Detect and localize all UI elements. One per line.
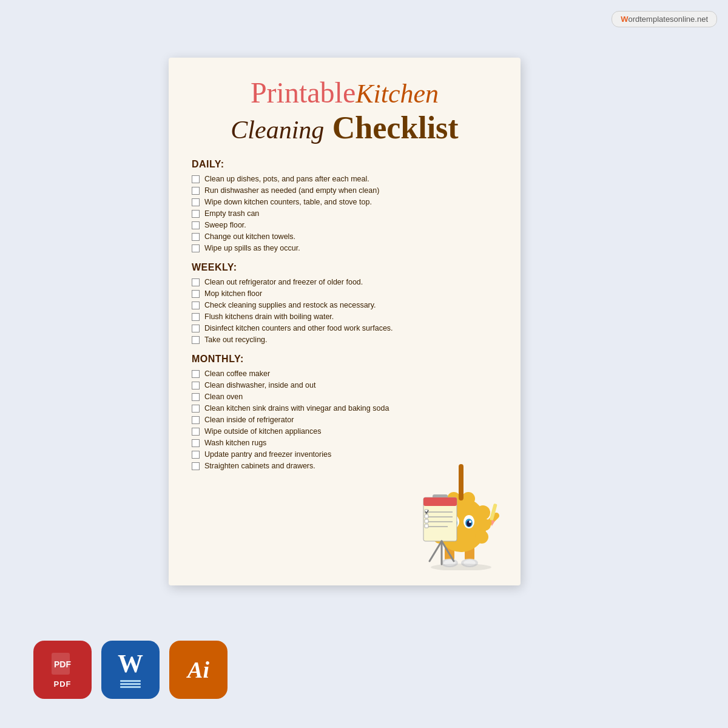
bottom-icons: PDF PDF W Ai bbox=[33, 641, 228, 699]
checkbox[interactable] bbox=[192, 313, 200, 321]
list-item-text: Straighten cabinets and drawers. bbox=[204, 462, 315, 470]
checkbox[interactable] bbox=[192, 462, 200, 470]
svg-line-38 bbox=[430, 541, 442, 561]
list-item-text: Clean inside of refrigerator bbox=[204, 416, 294, 424]
list-item-text: Sweep floor. bbox=[204, 221, 246, 229]
title-kitchen: Kitchen bbox=[356, 79, 439, 109]
svg-rect-29 bbox=[423, 497, 457, 506]
list-item: Clean up dishes, pots, and pans after ea… bbox=[192, 175, 497, 183]
word-icon: W bbox=[118, 651, 143, 676]
list-item-text: Flush kitchens drain with boiling water. bbox=[204, 312, 334, 321]
list-item: Flush kitchens drain with boiling water. bbox=[192, 312, 497, 321]
list-item-text: Wash kitchen rugs bbox=[204, 439, 266, 447]
checkbox[interactable] bbox=[192, 221, 200, 229]
svg-point-12 bbox=[475, 530, 488, 544]
list-item-text: Change out kitchen towels. bbox=[204, 232, 295, 241]
checkbox[interactable] bbox=[192, 302, 200, 309]
doc-title: PrintableKitchen Cleaning Checklist bbox=[192, 76, 497, 146]
title-checklist: Checklist bbox=[332, 110, 459, 145]
checkbox[interactable] bbox=[192, 416, 200, 424]
checkbox[interactable] bbox=[192, 233, 200, 241]
list-item: Disinfect kitchen counters and other foo… bbox=[192, 324, 497, 332]
list-item: Clean kitchen sink drains with vinegar a… bbox=[192, 404, 497, 413]
ai-icon-box[interactable]: Ai bbox=[169, 641, 228, 699]
list-item: Change out kitchen towels. bbox=[192, 232, 497, 241]
section-heading-monthly: MONTHLY: bbox=[192, 354, 497, 365]
checkbox[interactable] bbox=[192, 370, 200, 378]
list-item: Clean out refrigerator and freezer of ol… bbox=[192, 278, 497, 286]
word-lines bbox=[120, 679, 141, 689]
list-item: Run dishwasher as needed (and empty when… bbox=[192, 186, 497, 195]
checkbox[interactable] bbox=[192, 393, 200, 401]
list-item: Clean dishwasher, inside and out bbox=[192, 381, 497, 389]
list-item-text: Update pantry and freezer inventories bbox=[204, 450, 331, 459]
checkbox[interactable] bbox=[192, 278, 200, 286]
checkbox[interactable] bbox=[192, 382, 200, 389]
list-item: Wipe up spills as they occur. bbox=[192, 244, 497, 252]
svg-rect-36 bbox=[425, 519, 428, 523]
checkbox[interactable] bbox=[192, 325, 200, 332]
checkbox[interactable] bbox=[192, 175, 200, 183]
list-item: Mop kitchen floor bbox=[192, 289, 497, 298]
section-heading-weekly: WEEKLY: bbox=[192, 262, 497, 273]
list-item-text: Clean coffee maker bbox=[204, 369, 270, 378]
svg-point-14 bbox=[462, 492, 475, 505]
list-item: Clean oven bbox=[192, 393, 497, 401]
watermark-w: W bbox=[621, 15, 628, 24]
svg-point-41 bbox=[431, 564, 491, 570]
svg-rect-15 bbox=[459, 464, 463, 500]
watermark-text: ordtemplatesonline.net bbox=[628, 15, 708, 24]
list-item: Check cleaning supplies and restock as n… bbox=[192, 301, 497, 309]
pdf-label: PDF bbox=[54, 679, 72, 689]
list-item-text: Mop kitchen floor bbox=[204, 289, 262, 298]
checkbox[interactable] bbox=[192, 210, 200, 218]
checkbox[interactable] bbox=[192, 290, 200, 298]
svg-point-10 bbox=[476, 505, 490, 520]
list-item-text: Clean out refrigerator and freezer of ol… bbox=[204, 278, 363, 286]
title-printable: Printable bbox=[251, 76, 356, 109]
svg-point-23 bbox=[469, 521, 471, 523]
checkbox[interactable] bbox=[192, 428, 200, 436]
list-item-text: Empty trash can bbox=[204, 209, 259, 218]
list-item: Clean inside of refrigerator bbox=[192, 416, 497, 424]
checkbox[interactable] bbox=[192, 439, 200, 447]
list-item-text: Clean up dishes, pots, and pans after ea… bbox=[204, 175, 369, 183]
checklist-daily: Clean up dishes, pots, and pans after ea… bbox=[192, 175, 497, 252]
list-item-text: Wipe up spills as they occur. bbox=[204, 244, 300, 252]
list-item-text: Wipe down kitchen counters, table, and s… bbox=[204, 198, 372, 206]
svg-text:PDF: PDF bbox=[54, 659, 71, 669]
checklist-sections: DAILY:Clean up dishes, pots, and pans af… bbox=[192, 159, 497, 470]
document-card: PrintableKitchen Cleaning Checklist DAIL… bbox=[169, 58, 521, 585]
list-item: Wipe outside of kitchen appliances bbox=[192, 427, 497, 436]
list-item-text: Run dishwasher as needed (and empty when… bbox=[204, 186, 379, 195]
title-cleaning: Cleaning bbox=[231, 116, 324, 144]
list-item-text: Clean dishwasher, inside and out bbox=[204, 381, 315, 389]
list-item: Sweep floor. bbox=[192, 221, 497, 229]
checkbox[interactable] bbox=[192, 451, 200, 459]
pdf-icon: PDF bbox=[49, 652, 76, 678]
checkbox[interactable] bbox=[192, 198, 200, 206]
list-item: Take out recycling. bbox=[192, 335, 497, 344]
checkbox[interactable] bbox=[192, 244, 200, 252]
ai-icon: Ai bbox=[187, 658, 209, 681]
list-item: Wash kitchen rugs bbox=[192, 439, 497, 447]
svg-rect-37 bbox=[425, 524, 428, 528]
list-item-text: Clean kitchen sink drains with vinegar a… bbox=[204, 404, 389, 413]
mascot-character bbox=[411, 455, 508, 570]
section-heading-daily: DAILY: bbox=[192, 159, 497, 170]
list-item: Clean coffee maker bbox=[192, 369, 497, 378]
checkbox[interactable] bbox=[192, 336, 200, 344]
list-item-text: Take out recycling. bbox=[204, 335, 268, 344]
pdf-icon-box[interactable]: PDF PDF bbox=[33, 641, 92, 699]
checkbox[interactable] bbox=[192, 187, 200, 195]
checkbox[interactable] bbox=[192, 405, 200, 413]
svg-rect-35 bbox=[425, 514, 428, 518]
checklist-weekly: Clean out refrigerator and freezer of ol… bbox=[192, 278, 497, 344]
list-item-text: Clean oven bbox=[204, 393, 243, 401]
list-item-text: Check cleaning supplies and restock as n… bbox=[204, 301, 376, 309]
list-item-text: Wipe outside of kitchen appliances bbox=[204, 427, 321, 436]
word-icon-box[interactable]: W bbox=[101, 641, 160, 699]
list-item: Wipe down kitchen counters, table, and s… bbox=[192, 198, 497, 206]
watermark: Wordtemplatesonline.net bbox=[612, 11, 717, 27]
list-item: Empty trash can bbox=[192, 209, 497, 218]
